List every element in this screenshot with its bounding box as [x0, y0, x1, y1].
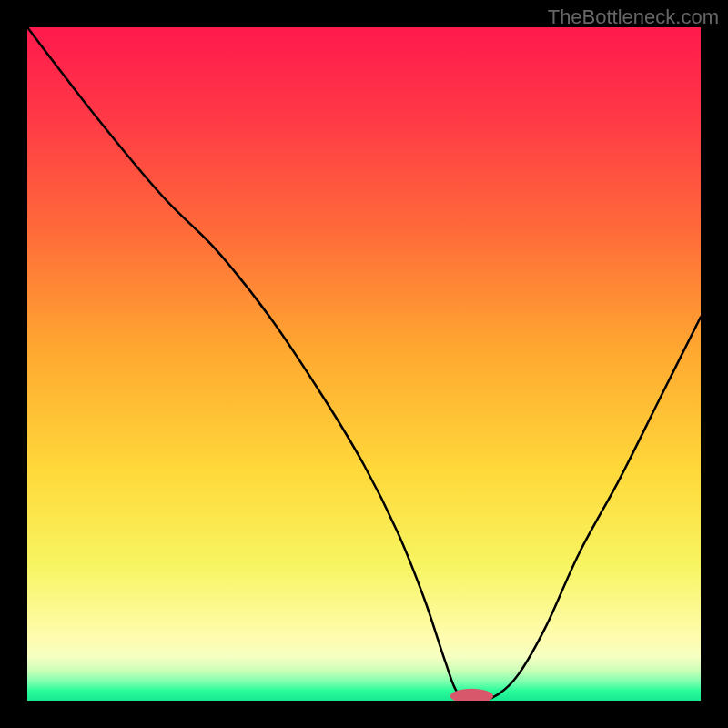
chart-frame: TheBottleneck.com	[0, 0, 728, 728]
watermark-text: TheBottleneck.com	[548, 5, 719, 29]
plot-area	[27, 27, 701, 701]
optimal-marker	[27, 27, 701, 701]
svg-point-1	[450, 689, 493, 701]
